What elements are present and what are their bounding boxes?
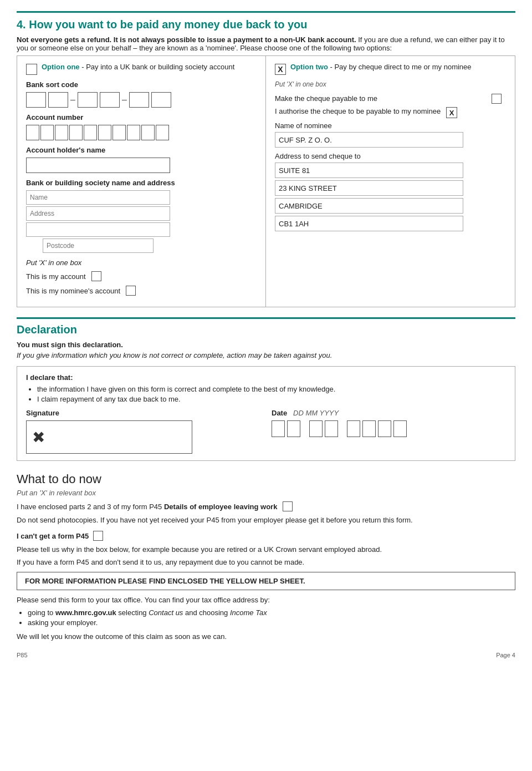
option-one-text: Option one - Pay into a UK bank or build… — [42, 63, 234, 71]
acc-box-10[interactable] — [156, 125, 169, 140]
bank-sort-code-label: Bank sort code — [26, 80, 257, 89]
footer-page: Page 4 — [496, 652, 515, 658]
bank-postcode-input[interactable] — [43, 239, 154, 253]
date-yyyy-4[interactable] — [393, 420, 407, 437]
sort-code-box-5[interactable] — [129, 92, 149, 108]
date-boxes — [272, 420, 506, 437]
acc-box-5[interactable] — [84, 125, 97, 140]
make-cheque-checkbox[interactable] — [492, 94, 502, 104]
right-put-x-label: Put 'X' in one box — [275, 80, 506, 88]
address-to-send-label: Address to send cheque to — [275, 152, 506, 160]
bullet-2: asking your employer. — [28, 618, 515, 627]
declare-bold-label: I declare that: — [26, 373, 506, 382]
declare-bullet-2: I claim repayment of any tax due back to… — [37, 395, 506, 403]
decl-warning: If you give information which you know i… — [17, 351, 515, 359]
acc-box-6[interactable] — [98, 125, 111, 140]
outcome-text: We will let you know the outcome of this… — [17, 632, 515, 641]
date-hint: DD MM YYYY — [293, 409, 339, 417]
enclosed-checkbox[interactable] — [283, 501, 293, 511]
cant-p45-text1: Please tell us why in the box below, for… — [17, 545, 515, 554]
date-label: Date DD MM YYYY — [272, 409, 506, 417]
enclosed-row: I have enclosed parts 2 and 3 of my form… — [17, 501, 515, 511]
address-line3-field[interactable]: CAMBRIDGE — [275, 198, 463, 214]
account-holder-input[interactable] — [26, 158, 170, 173]
date-yyyy-1[interactable] — [347, 420, 360, 437]
cant-p45-text2: If you have a form P45 and don't send it… — [17, 558, 515, 566]
info-box: FOR MORE INFORMATION PLEASE FIND ENCLOSE… — [17, 572, 515, 590]
footer: P85 Page 4 — [17, 652, 515, 658]
acc-box-4[interactable] — [69, 125, 83, 140]
intro-bold: Not everyone gets a refund. It is not al… — [17, 35, 515, 52]
address-line1-field[interactable]: SUITE 81 — [275, 163, 463, 178]
account-holder-label: Account holder's name — [26, 146, 257, 154]
declare-bullet-1: the information I have given on this for… — [37, 385, 506, 393]
declaration-title: Declaration — [17, 323, 515, 336]
bank-address-input[interactable] — [26, 206, 170, 221]
what-to-do-section: What to do now Put an 'X' in relevant bo… — [17, 472, 515, 641]
date-yyyy-2[interactable] — [362, 420, 376, 437]
what-title: What to do now — [17, 472, 515, 486]
bank-name-input[interactable] — [26, 190, 170, 205]
signature-box[interactable]: ✖ — [26, 420, 192, 454]
this-my-account-row: This is my account — [26, 271, 257, 281]
enclosed-label: I have enclosed parts 2 and 3 of my form… — [17, 503, 277, 511]
sort-code-box-2[interactable] — [48, 92, 68, 108]
this-my-account-checkbox[interactable] — [91, 271, 101, 281]
signature-icon: ✖ — [32, 428, 45, 447]
date-dd-1[interactable] — [272, 420, 285, 437]
sort-code-box-3[interactable] — [78, 92, 98, 108]
option-two-col: X Option two - Pay by cheque direct to m… — [266, 56, 515, 307]
declaration-section: Declaration You must sign this declarati… — [17, 317, 515, 461]
bank-address-line2[interactable] — [26, 222, 170, 237]
date-mm-2[interactable] — [325, 420, 338, 437]
acc-box-3[interactable] — [55, 125, 68, 140]
this-my-account-label: This is my account — [26, 272, 86, 281]
authorise-row: I authorise the cheque to be payable to … — [275, 107, 506, 118]
acc-box-2[interactable] — [40, 125, 54, 140]
date-col: Date DD MM YYYY — [272, 409, 506, 454]
this-nominee-account-label: This is my nominee's account — [26, 287, 120, 295]
authorise-checkbox[interactable]: X — [446, 107, 457, 118]
cant-p45-checkbox[interactable] — [93, 531, 103, 541]
option-one-checkbox[interactable] — [26, 64, 37, 75]
address-line2-field[interactable]: 23 KING STREET — [275, 180, 463, 196]
signature-col: Signature ✖ — [26, 409, 260, 454]
this-nominee-account-checkbox[interactable] — [126, 286, 136, 296]
account-number-row — [26, 125, 257, 140]
acc-box-8[interactable] — [127, 125, 140, 140]
send-text: Please send this form to your tax office… — [17, 596, 515, 604]
name-address-block — [26, 190, 257, 253]
make-cheque-row: Make the cheque payable to me — [275, 93, 506, 104]
address-line4-field[interactable]: CB1 1AH — [275, 216, 463, 231]
acc-box-1[interactable] — [26, 125, 39, 140]
option-two-text: Option two - Pay by cheque direct to me … — [290, 63, 472, 71]
option-one-col: Option one - Pay into a UK bank or build… — [17, 56, 266, 307]
put-x-what: Put an 'X' in relevant box — [17, 489, 515, 497]
decl-must-sign: You must sign this declaration. — [17, 341, 515, 349]
authorise-text: I authorise the cheque to be payable to … — [275, 107, 441, 115]
acc-box-7[interactable] — [112, 125, 126, 140]
cant-p45-label: I can't get a form P45 — [17, 532, 89, 540]
send-bullets: going to www.hmrc.gov.uk selecting Conta… — [17, 608, 515, 627]
declare-bullets: the information I have given on this for… — [26, 385, 506, 403]
date-yyyy-3[interactable] — [378, 420, 391, 437]
bank-address-label: Bank or building society name and addres… — [26, 179, 257, 187]
date-dd-2[interactable] — [287, 420, 300, 437]
sort-code-box-1[interactable] — [26, 92, 46, 108]
nominee-name-field[interactable]: CUF SP. Z O. O. — [275, 132, 463, 148]
put-x-label-left: Put 'X' in one box — [26, 258, 257, 267]
option-two-header: X Option two - Pay by cheque direct to m… — [275, 63, 506, 75]
sort-sep-2: – — [122, 95, 127, 105]
sort-code-box-6[interactable] — [151, 92, 171, 108]
option-two-checkbox[interactable]: X — [275, 64, 286, 75]
options-grid: Option one - Pay into a UK bank or build… — [17, 55, 515, 307]
declare-box: I declare that: the information I have g… — [17, 366, 515, 461]
sort-code-box-4[interactable] — [100, 92, 120, 108]
section-4: 4. How you want to be paid any money due… — [17, 11, 515, 307]
no-photocopies-text: Do not send photocopies. If you have not… — [17, 516, 515, 524]
footer-ref: P85 — [17, 652, 28, 658]
signature-label: Signature — [26, 409, 260, 417]
acc-box-9[interactable] — [141, 125, 155, 140]
date-mm-1[interactable] — [309, 420, 323, 437]
cant-p45-section: I can't get a form P45 Please tell us wh… — [17, 531, 515, 566]
